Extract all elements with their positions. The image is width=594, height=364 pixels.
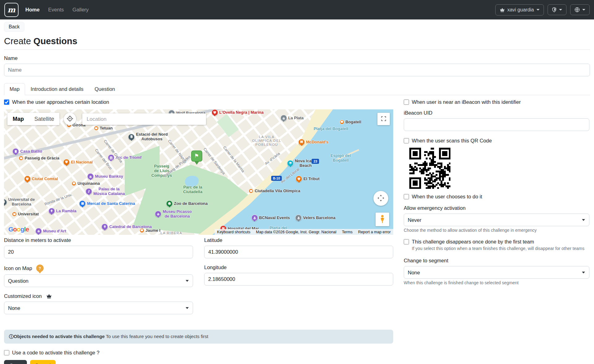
nav-link-gallery[interactable]: Gallery [72,7,88,13]
customized-icon-label: Customized icon [4,293,193,299]
map-label: MJaume I [140,228,160,233]
app-logo[interactable]: m [4,3,19,17]
metro-station-icon: M [19,156,24,161]
globe-icon [575,7,580,12]
map-poi-pin-icon: U [4,199,7,205]
metro-station-icon: M [339,120,344,124]
approach-location-checkbox[interactable] [4,99,9,105]
navbar-right: xavi guardia [495,4,590,15]
change-segment-select[interactable]: None [404,266,589,279]
fullscreen-button[interactable] [377,113,390,125]
distance-input[interactable] [4,246,193,258]
tab-introduction-and-details[interactable]: Introduction and details [25,83,89,95]
map-poi-pin-icon: ⚓ [251,215,258,221]
tab-bar: Map Introduction and details Question [4,83,590,95]
map-label: Carrer de la Marina [222,146,245,173]
locate-me-button[interactable] [64,113,76,125]
longitude-input[interactable] [204,273,393,286]
chooses-checkbox-label: When the user chooses to do it [412,194,482,200]
ibeacon-checkbox-row: When user is near an iBeacon with this i… [404,99,589,105]
map-poi-pin-icon: ☂ [287,160,294,167]
customized-icon-select[interactable]: None [4,302,193,314]
map-type-map-button[interactable]: Map [7,113,29,125]
google-map[interactable]: ⌂Wolf BarcelonaΨL'Ovella Negra | Marina⌂… [4,109,393,235]
map-poi-pin-icon: ✝ [101,223,108,230]
disappear-checkbox-label: This challenge disappears once done by t… [412,239,534,245]
nav-link-home[interactable]: Home [25,7,40,13]
challenge-map-marker[interactable]: ⚑ [191,150,202,165]
map-poi-pin-icon: ⊞ [79,200,86,207]
map-location-search-input[interactable] [82,113,206,125]
road-shield-badge: B-10 [271,176,282,181]
chooses-checkbox[interactable] [404,194,409,199]
map-poi-pin-icon: ✝ [48,208,55,214]
map-poi-pin-icon: Ψ [63,159,70,165]
map-type-satellite-button[interactable]: Satellite [29,113,59,125]
map-label: Platja del Bogatell [314,126,348,131]
google-logo[interactable]: Google [8,226,29,233]
admin-menu-button[interactable] [548,4,566,15]
map-label: ♜Casa Batlló [13,148,42,155]
use-code-checkbox-row: Use a code to activate this challenge ? [4,350,393,356]
user-menu-button[interactable]: xavi guardia [495,4,544,15]
latitude-input[interactable] [204,246,393,258]
change-segment-help: When this challenge is finished change t… [404,280,589,285]
map-label: ⌂Museu d'Art [35,228,66,234]
map-label: ∏Arc de Triomf [108,154,142,161]
terms-link[interactable]: Terms [342,230,352,234]
use-code-checkbox[interactable] [4,350,9,355]
info-icon: ⓘ [9,334,14,339]
save-button[interactable]: Save [4,360,27,364]
language-menu-button[interactable] [570,4,590,15]
back-button[interactable]: Back [4,22,24,32]
user-name: xavi guardia [507,7,534,13]
map-label: ΨL'Ovella Negra | Marina [212,109,264,116]
map-label: ΨEl Nacional [63,159,93,165]
chevron-down-icon [582,9,585,11]
approach-location-checkbox-row: When the user approaches certain locatio… [4,99,393,105]
map-poi-pin-icon: ⌂ [35,228,42,234]
marker-tip [195,162,199,165]
cancel-button[interactable]: Cancel [30,360,56,364]
emergency-activation-label: Allow emergency activation [404,205,589,211]
name-input[interactable] [4,64,590,76]
map-data-text: Map data ©2026 Google, Inst. Geogr. Naci… [256,230,336,234]
map-attribution: Keyboard shortcuts Map data ©2026 Google… [215,229,393,235]
map-label: MTetuan [94,126,113,130]
tab-question[interactable]: Question [89,83,121,95]
icon-on-map-label: Icon on Map ? [4,265,193,272]
report-map-error-link[interactable]: Report a map error [358,230,391,234]
icon-on-map-select[interactable]: Question [4,274,193,287]
map-label: ♪Palau de la Música Catalana [86,187,125,196]
map-poi-pin-icon: ⌂ [280,115,287,121]
nav-link-events[interactable]: Events [48,7,64,13]
disappear-checkbox[interactable] [404,239,409,244]
map-label: MCiutadella Vila Olímpica [249,188,300,193]
map-label: MMcDonald's [298,139,328,145]
map-label: ⌂Museu Banksy [87,173,123,180]
map-label: MBogatell [339,120,361,124]
name-label: Name [4,55,590,61]
metro-station-icon: M [249,188,253,193]
map-poi-pin-icon: M [298,139,305,145]
disappear-help: If you select this option when a team fi… [412,246,589,251]
emergency-activation-select[interactable]: Never [404,214,589,226]
fullscreen-icon [381,116,386,122]
shield-icon [552,7,557,12]
map-poi-pin-icon: ♜ [13,148,19,155]
map-label: ΨEl Tribut [296,176,320,182]
disappear-checkbox-row: This challenge disappears once done by t… [404,239,589,245]
left-column: When the user approaches certain locatio… [4,95,393,364]
ibeacon-uid-input[interactable] [404,118,589,131]
top-navbar: m Home Events Gallery xavi guardia [0,0,594,19]
pegman-streetview-button[interactable] [376,213,389,226]
tab-map[interactable]: Map [4,83,25,95]
question-map-pin-icon: ? [36,265,44,272]
qr-checkbox[interactable] [404,138,409,143]
use-code-label: Use a code to activate this challenge ? [12,350,100,356]
map-poi-pin-icon: Ψ [296,176,302,182]
keyboard-shortcuts-link[interactable]: Keyboard shortcuts [217,230,251,234]
ibeacon-checkbox[interactable] [404,99,409,105]
form-actions: Save Cancel [4,360,393,364]
pan-control-button[interactable] [373,191,388,206]
